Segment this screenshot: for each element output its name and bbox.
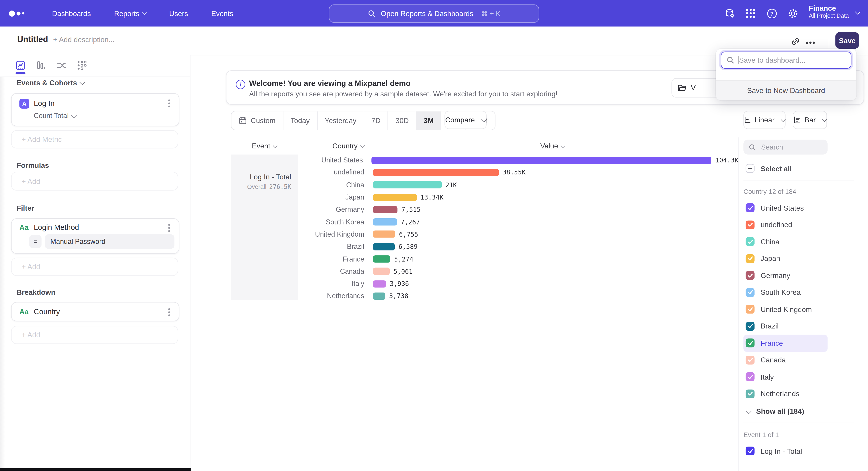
time-range-7d[interactable]: 7D — [364, 111, 388, 129]
chart-bar[interactable] — [373, 256, 391, 263]
country-checkbox[interactable] — [746, 220, 754, 229]
add-filter-button[interactable]: + Add — [11, 258, 178, 276]
tab-funnels[interactable] — [31, 58, 51, 73]
country-checkbox[interactable] — [746, 322, 754, 330]
legend-search[interactable] — [743, 140, 828, 154]
chart-bar[interactable] — [373, 293, 385, 300]
legend-country-row[interactable]: France — [743, 334, 828, 352]
country-checkbox[interactable] — [746, 356, 754, 364]
scale-selector-button[interactable]: Linear — [743, 111, 785, 129]
time-range-30d[interactable]: 30D — [388, 111, 416, 129]
legend-country-row[interactable]: Netherlands — [743, 385, 828, 402]
metric-name[interactable]: Log In — [34, 99, 55, 108]
data-management-icon[interactable] — [725, 8, 735, 19]
chart-bar[interactable] — [372, 156, 712, 164]
compare-button[interactable]: Compare — [445, 111, 487, 129]
select-all-checkbox-indeterminate[interactable] — [746, 164, 754, 173]
chart-country-label[interactable]: Brazil — [298, 243, 364, 251]
filter-options-icon[interactable] — [168, 227, 170, 229]
settings-gear-icon[interactable] — [788, 8, 798, 19]
country-checkbox[interactable] — [746, 372, 754, 381]
country-checkbox[interactable] — [746, 254, 754, 263]
legend-country-row[interactable]: China — [743, 233, 828, 250]
nav-reports[interactable]: Reports — [114, 9, 146, 18]
event-series-cell[interactable]: Log In - Total Overall276.5K — [231, 154, 298, 300]
country-checkbox[interactable] — [746, 237, 754, 246]
breakdown-options-icon[interactable] — [168, 311, 170, 313]
chart-bar[interactable] — [373, 194, 416, 201]
save-to-new-dashboard-button[interactable]: Save to New Dashboard — [716, 80, 857, 100]
report-title[interactable]: Untitled — [17, 34, 48, 44]
chart-bar[interactable] — [373, 268, 390, 275]
country-checkbox[interactable] — [746, 338, 754, 348]
chart-country-label[interactable]: China — [298, 181, 364, 189]
save-dashboard-search[interactable] — [721, 52, 851, 69]
chart-country-label[interactable]: Italy — [298, 280, 364, 288]
country-checkbox[interactable] — [746, 203, 754, 212]
mixpanel-logo[interactable] — [9, 10, 29, 16]
legend-country-row[interactable]: United States — [743, 200, 828, 216]
country-checkbox[interactable] — [746, 271, 754, 280]
chart-bar[interactable] — [373, 181, 442, 188]
event-column-header[interactable]: Event — [231, 142, 298, 150]
time-range-yesterday[interactable]: Yesterday — [317, 111, 364, 129]
nav-users[interactable]: Users — [169, 9, 188, 18]
add-description[interactable]: + Add description... — [53, 35, 115, 44]
tab-retention[interactable] — [72, 58, 92, 73]
time-range-today[interactable]: Today — [283, 111, 317, 129]
nav-events[interactable]: Events — [211, 9, 233, 18]
add-metric-button[interactable]: + Add Metric — [11, 130, 178, 149]
chart-country-label[interactable]: South Korea — [298, 218, 364, 226]
legend-country-row[interactable]: undefined — [743, 216, 828, 233]
chart-country-label[interactable]: Canada — [298, 267, 364, 275]
chart-country-label[interactable]: undefined — [298, 169, 364, 176]
value-column-header[interactable]: Value — [540, 142, 565, 150]
chart-bar[interactable] — [373, 169, 499, 176]
legend-event-row[interactable]: Log In - Total — [743, 443, 828, 460]
tab-flows[interactable] — [52, 58, 71, 73]
more-options-icon[interactable] — [809, 41, 811, 44]
add-formula-button[interactable]: + Add — [11, 172, 178, 190]
chart-bar[interactable] — [373, 218, 397, 226]
country-checkbox[interactable] — [746, 288, 754, 297]
select-all-row[interactable]: Select all — [743, 161, 828, 176]
global-search-button[interactable]: Open Reports & Dashboards ⌘ + K — [329, 4, 539, 23]
metric-aggregation[interactable]: Count Total — [34, 112, 76, 120]
legend-country-row[interactable]: Japan — [743, 250, 828, 267]
metric-options-icon[interactable] — [168, 102, 170, 104]
chart-country-label[interactable]: United States — [298, 156, 363, 164]
apps-grid-icon[interactable] — [746, 8, 756, 18]
nav-dashboards[interactable]: Dashboards — [52, 9, 91, 18]
add-breakdown-button[interactable]: + Add — [11, 326, 178, 344]
project-selector[interactable]: Finance All Project Data — [809, 4, 849, 20]
chart-country-label[interactable]: Germany — [298, 206, 364, 213]
country-column-header[interactable]: Country — [298, 142, 364, 150]
legend-country-row[interactable]: Germany — [743, 267, 828, 284]
country-checkbox[interactable] — [746, 389, 754, 398]
show-all-toggle[interactable]: Show all (184) — [743, 407, 860, 416]
events-cohorts-header[interactable]: Events & Cohorts — [17, 79, 84, 87]
chart-bar[interactable] — [373, 206, 398, 213]
save-dashboard-input[interactable] — [739, 56, 851, 64]
legend-search-input[interactable] — [760, 143, 823, 152]
legend-country-row[interactable]: Canada — [743, 352, 828, 369]
chart-country-label[interactable]: Netherlands — [298, 292, 364, 300]
chart-bar[interactable] — [373, 243, 395, 250]
tab-insights[interactable] — [11, 58, 31, 73]
filter-operator[interactable]: = — [29, 235, 41, 248]
filter-value[interactable]: Manual Password — [45, 234, 174, 249]
chart-bar[interactable] — [373, 280, 386, 287]
legend-country-row[interactable]: Brazil — [743, 318, 828, 334]
country-checkbox[interactable] — [746, 305, 754, 314]
save-button[interactable]: Save — [835, 32, 859, 49]
event-checkbox[interactable] — [746, 447, 754, 455]
filter-card-login-method[interactable]: Aa Login Method = Manual Password — [11, 218, 179, 254]
chart-type-button[interactable]: Bar — [793, 111, 827, 129]
breakdown-card-country[interactable]: Aa Country — [11, 302, 179, 321]
breakdown-property-name[interactable]: Country — [34, 307, 60, 316]
help-icon[interactable]: ? — [767, 8, 777, 19]
legend-country-row[interactable]: United Kingdom — [743, 301, 828, 318]
chart-country-label[interactable]: France — [298, 255, 364, 263]
chart-country-label[interactable]: Japan — [298, 194, 364, 201]
time-range-3m[interactable]: 3M — [416, 111, 441, 129]
